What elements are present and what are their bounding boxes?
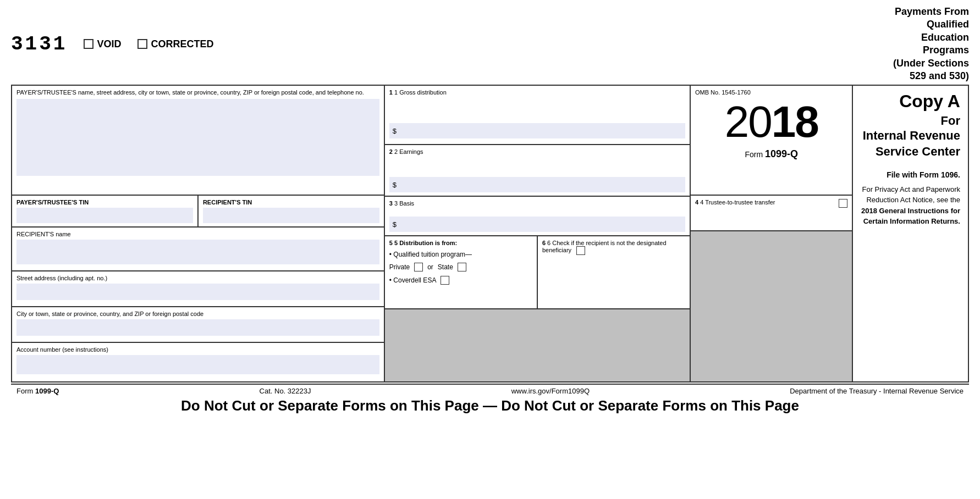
footer-dept: Department of the Treasury - Internal Re… — [790, 387, 964, 395]
account-number-input[interactable] — [16, 355, 379, 374]
field-2-input[interactable] — [399, 179, 682, 190]
field-2-cell: 2 2 Earnings $ — [385, 145, 690, 197]
copy-a-privacy: For Privacy Act and Paperwork Reduction … — [861, 184, 960, 227]
field-5-6-row: 5 5 Distribution is from: • Qualified tu… — [385, 236, 690, 309]
street-address-label: Street address (including apt. no.) — [16, 275, 379, 281]
copy-a-irs-label: Internal Revenue Service Center — [861, 128, 960, 159]
payers-tin-label: PAYER'S/TRUSTEE'S TIN — [16, 199, 193, 206]
payments-title-line4: Programs — [923, 45, 969, 56]
payer-info-label: PAYER'S/TRUSTEE'S name, street address, … — [16, 89, 379, 96]
field-5-or-label: or — [427, 263, 433, 271]
corrected-label: CORRECTED — [151, 38, 213, 50]
omb-number: OMB No. 1545-1760 — [695, 89, 847, 96]
payments-title-line3: Education — [921, 32, 969, 43]
omb-gray-area — [691, 231, 852, 381]
city-cell: City or town, state or province, country… — [12, 307, 384, 343]
field-2-label: 2 2 Earnings — [389, 148, 685, 155]
footer-bottom-text: Do Not Cut or Separate Forms on This Pag… — [16, 395, 964, 419]
field-5-private-row: Private or State — [389, 263, 532, 271]
field-4-label: 4 4 Trustee-to-trustee transfer — [695, 199, 775, 206]
account-number-label: Account number (see instructions) — [16, 346, 379, 353]
account-number-cell: Account number (see instructions) — [12, 343, 384, 381]
field-6-cell: 6 6 Check if the recipient is not the de… — [538, 236, 690, 308]
street-address-cell: Street address (including apt. no.) — [12, 271, 384, 307]
field-5-coverdell-checkbox[interactable] — [441, 276, 449, 285]
copy-a-section: Copy A For Internal Revenue Service Cent… — [853, 86, 968, 381]
field-5-bullet1: • Qualified tuition program— — [389, 251, 532, 258]
recipients-tin-cell: RECIPIENT'S TIN — [199, 196, 384, 226]
payments-title-line5: (Under Sections — [893, 58, 969, 69]
payments-title-line2: Qualified — [927, 19, 969, 30]
field-5-private-label: Private — [389, 263, 410, 271]
city-label: City or town, state or province, country… — [16, 311, 379, 317]
payer-info-input[interactable] — [16, 99, 379, 176]
field-5-coverdell-label: • Coverdell ESA — [389, 276, 437, 284]
payers-tin-cell: PAYER'S/TRUSTEE'S TIN — [12, 196, 199, 226]
footer-website: www.irs.gov/Form1099Q — [511, 387, 590, 395]
year-display: 2018 — [695, 100, 847, 144]
field-5-cell: 5 5 Distribution is from: • Qualified tu… — [385, 236, 538, 308]
field-5-state-label: State — [438, 263, 453, 271]
field-4-cell: 4 4 Trustee-to-trustee transfer — [691, 196, 852, 231]
form-name-display: Form 1099-Q — [695, 148, 847, 160]
field-2-dollar: $ — [393, 181, 397, 189]
corrected-checkbox[interactable] — [137, 39, 147, 49]
field-5-private-checkbox[interactable] — [414, 263, 423, 271]
recipients-tin-label: RECIPIENT'S TIN — [203, 199, 379, 206]
gray-area — [385, 309, 690, 381]
recipients-tin-input[interactable] — [203, 208, 379, 223]
footer-form-name: Form 1099-Q — [16, 387, 59, 395]
footer: Form 1099-Q Cat. No. 32223J www.irs.gov/… — [11, 384, 969, 420]
copy-a-title: Copy A — [861, 91, 960, 112]
field-1-label: 1 1 Gross distribution — [389, 89, 685, 96]
payments-title-line6: 529 and 530) — [910, 70, 969, 81]
payers-tin-input[interactable] — [16, 208, 193, 223]
field-5-coverdell-row: • Coverdell ESA — [389, 276, 532, 285]
field-4-checkbox[interactable] — [839, 199, 847, 208]
field-3-dollar: $ — [393, 220, 397, 229]
field-6-checkbox[interactable] — [576, 246, 585, 255]
field-5-state-checkbox[interactable] — [458, 263, 466, 271]
form-number: 3131 — [11, 33, 67, 56]
void-label: VOID — [97, 38, 121, 50]
field-1-cell: 1 1 Gross distribution $ — [385, 86, 690, 145]
copy-a-for: For — [861, 114, 960, 128]
city-input[interactable] — [16, 319, 379, 336]
recipient-name-label: RECIPIENT'S name — [16, 231, 379, 237]
footer-cat-no: Cat. No. 32223J — [260, 387, 311, 395]
field-3-label: 3 3 Basis — [389, 200, 685, 207]
field-6-label: 6 6 Check if the recipient is not the de… — [542, 240, 685, 255]
footer-info-row: Form 1099-Q Cat. No. 32223J www.irs.gov/… — [16, 387, 964, 395]
field-1-dollar: $ — [393, 127, 397, 135]
field-3-cell: 3 3 Basis $ — [385, 197, 690, 236]
recipient-name-cell: RECIPIENT'S name — [12, 228, 384, 271]
recipient-name-input[interactable] — [16, 240, 379, 264]
street-address-input[interactable] — [16, 284, 379, 300]
payer-info-cell: PAYER'S/TRUSTEE'S name, street address, … — [12, 86, 384, 196]
field-3-input[interactable] — [399, 219, 682, 230]
payments-title-line1: Payments From — [895, 6, 969, 17]
field-5-label: 5 5 Distribution is from: — [389, 240, 532, 246]
omb-cell: OMB No. 1545-1760 2018 Form 1099-Q — [691, 86, 852, 196]
copy-a-file-with: File with Form 1096. — [861, 169, 960, 181]
field-1-input[interactable] — [399, 125, 682, 136]
void-checkbox[interactable] — [84, 39, 93, 49]
